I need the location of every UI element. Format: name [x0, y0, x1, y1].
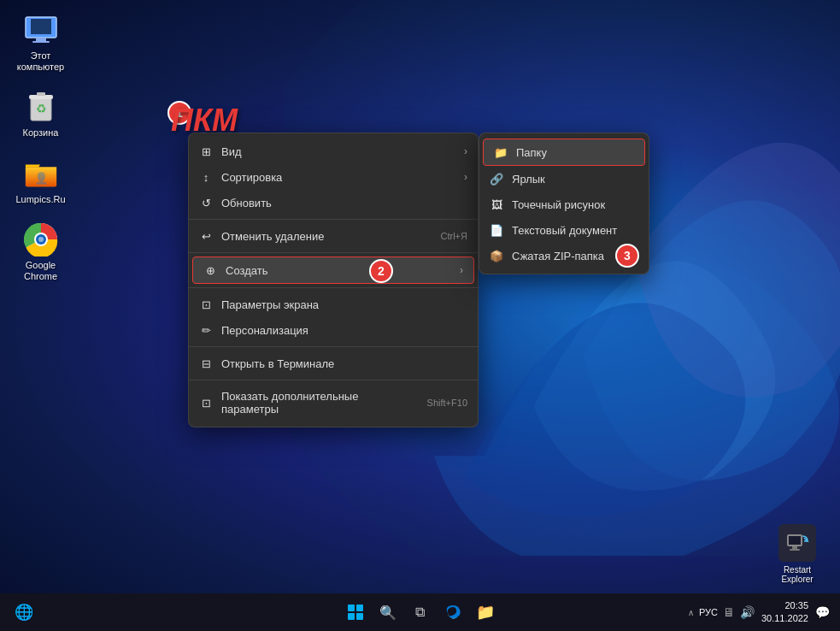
create-icon: ⊕	[203, 263, 217, 277]
menu-item-refresh[interactable]: ↺ Обновить	[189, 190, 478, 215]
shortcut-label: Ярлык	[512, 173, 545, 186]
network-icon: 🖥	[723, 605, 735, 619]
undo-shortcut: Ctrl+Я	[441, 231, 467, 241]
svg-rect-17	[792, 546, 797, 549]
system-tray: ∧ РУС 🖥 🔊	[688, 605, 755, 619]
menu-item-undo-delete[interactable]: ↩ Отменить удаление Ctrl+Я	[189, 223, 478, 249]
menu-item-create[interactable]: ⊕ Создать ›	[192, 257, 474, 284]
desktop-icon-this-computer[interactable]: Этот компьютер	[9, 9, 73, 77]
submenu-item-folder[interactable]: 📁 Папку	[483, 139, 645, 166]
undo-label: Отменить удаление	[221, 230, 324, 243]
refresh-icon: ↺	[199, 196, 213, 209]
menu-item-terminal[interactable]: ⊟ Открыть в Терминале	[189, 351, 478, 376]
taskbar-center: 🔍 ⧉ 📁	[342, 599, 499, 626]
sort-icon: ↕	[199, 170, 213, 184]
annotation-badge-2: 2	[369, 259, 393, 283]
textdoc-label: Текстовый документ	[512, 224, 617, 237]
menu-divider-3	[189, 287, 478, 288]
restart-explorer[interactable]: RestartExplorer	[767, 524, 827, 584]
svg-rect-18	[790, 549, 800, 551]
folder-icon: 👤	[24, 156, 58, 191]
monitor-icon	[24, 13, 58, 47]
chrome-label: Google Chrome	[13, 260, 68, 282]
show-more-label: Показать дополнительные параметры	[221, 390, 419, 416]
zip-icon: 📦	[490, 249, 503, 262]
restart-label: RestartExplorer	[781, 565, 813, 584]
language-indicator: РУС	[699, 607, 718, 617]
svg-rect-3	[36, 38, 46, 41]
svg-rect-7	[37, 92, 45, 96]
taskbar-search-button[interactable]: 🔍	[374, 599, 402, 626]
restart-icon	[778, 524, 816, 562]
create-label: Создать	[226, 264, 267, 277]
show-more-shortcut: Shift+F10	[427, 398, 467, 408]
volume-icon[interactable]: 🔊	[740, 605, 755, 619]
date-display: 30.11.2022	[761, 612, 808, 625]
menu-item-show-more[interactable]: ⊡ Показать дополнительные параметры Shif…	[189, 384, 478, 422]
desktop-icons: Этот компьютер ♻ Корзина	[9, 9, 73, 286]
recycle-bin-icon: ♻	[24, 90, 58, 124]
terminal-label: Открыть в Терминале	[221, 357, 334, 370]
chrome-icon	[24, 222, 58, 257]
desktop: Этот компьютер ♻ Корзина	[0, 0, 840, 631]
annotation-badge-3: 3	[615, 244, 639, 268]
desktop-icon-recycle-bin[interactable]: ♻ Корзина	[9, 86, 73, 143]
desktop-icon-google-chrome[interactable]: Google Chrome	[9, 218, 73, 286]
time-date: 20:35 30.11.2022	[761, 599, 808, 626]
taskbar-search-widget[interactable]: 🌐	[10, 599, 38, 626]
lumpics-label: Lumpics.Ru	[15, 194, 65, 205]
undo-icon: ↩	[199, 229, 213, 243]
taskbar: 🌐 🔍 ⧉	[0, 593, 840, 631]
refresh-label: Обновить	[221, 197, 272, 209]
textdoc-icon: 📄	[490, 223, 503, 237]
menu-item-view[interactable]: ⊞ Вид ›	[189, 139, 478, 164]
zip-label: Сжатая ZIP-папка	[512, 250, 604, 262]
view-arrow: ›	[464, 145, 467, 157]
notification-icon[interactable]: 💬	[815, 605, 830, 619]
menu-item-sort[interactable]: ↕ Сортировка ›	[189, 164, 478, 190]
menu-item-personalize[interactable]: ✏ Персонализация	[189, 317, 478, 343]
time-display: 20:35	[761, 599, 808, 612]
taskbar-taskview[interactable]: ⧉	[407, 599, 434, 626]
show-more-icon: ⊡	[199, 396, 213, 410]
svg-text:♻: ♻	[35, 102, 46, 115]
submenu-item-textdoc[interactable]: 📄 Текстовый документ	[479, 217, 649, 243]
svg-rect-16	[789, 536, 801, 545]
display-label: Параметры экрана	[221, 298, 319, 311]
personalize-icon: ✏	[199, 323, 213, 337]
menu-item-display[interactable]: ⊡ Параметры экрана	[189, 292, 478, 317]
submenu-item-shortcut[interactable]: 🔗 Ярлык	[479, 166, 649, 192]
this-computer-label: Этот компьютер	[13, 50, 68, 73]
view-label: Вид	[221, 145, 242, 158]
svg-rect-2	[31, 19, 51, 34]
subfolder-icon: 📁	[494, 145, 508, 159]
sort-label: Сортировка	[221, 171, 282, 184]
menu-divider-4	[189, 346, 478, 347]
create-arrow: ›	[460, 264, 463, 276]
subfolder-label: Папку	[516, 146, 547, 159]
menu-divider-2	[189, 252, 478, 253]
svg-point-14	[38, 237, 44, 242]
view-icon: ⊞	[199, 144, 213, 158]
pkm-title: ПКМ	[171, 103, 238, 139]
submenu-item-bitmap[interactable]: 🖼 Точечный рисунок	[479, 192, 649, 217]
svg-rect-4	[32, 41, 50, 43]
menu-divider-1	[189, 219, 478, 220]
recycle-bin-label: Корзина	[23, 127, 59, 139]
taskbar-explorer[interactable]: 📁	[472, 599, 499, 626]
taskbar-left: 🌐	[10, 599, 38, 626]
bitmap-label: Точечный рисунок	[512, 198, 605, 211]
terminal-icon: ⊟	[199, 357, 213, 370]
display-icon: ⊡	[199, 298, 213, 311]
tray-chevron[interactable]: ∧	[688, 608, 694, 617]
taskbar-edge[interactable]	[439, 599, 467, 626]
desktop-icon-lumpics[interactable]: 👤 Lumpics.Ru	[9, 152, 73, 209]
taskbar-right: ∧ РУС 🖥 🔊 20:35 30.11.2022 💬	[688, 599, 830, 626]
personalize-label: Персонализация	[221, 324, 308, 337]
context-menu: ⊞ Вид › ↕ Сортировка › ↺ Обновить ↩ Отме…	[188, 133, 479, 428]
svg-text:👤: 👤	[33, 170, 48, 185]
shortcut-icon: 🔗	[490, 172, 503, 186]
sort-arrow: ›	[464, 171, 467, 183]
bitmap-icon: 🖼	[490, 198, 503, 211]
start-button[interactable]	[342, 599, 369, 626]
